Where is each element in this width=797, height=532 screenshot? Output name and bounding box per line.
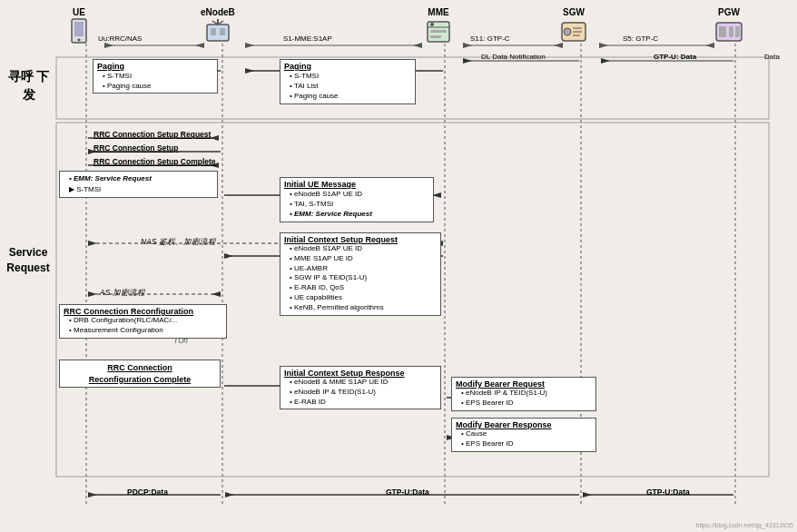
- initial-context-setup-req-box: Initial Context Setup Request • eNodeB S…: [280, 232, 441, 316]
- rrc-setup-complete-label: RRC Connection Setup Complete: [93, 157, 216, 166]
- svg-rect-80: [729, 26, 733, 37]
- svg-marker-56: [225, 492, 234, 498]
- svg-point-70: [430, 23, 434, 26]
- mme-label: MME: [428, 7, 448, 17]
- svg-marker-36: [88, 241, 97, 246]
- watermark: https://blog.csdn.net/qq_43312835: [696, 522, 793, 528]
- ue-icon: [65, 17, 93, 46]
- svg-rect-81: [735, 26, 740, 37]
- modify-bearer-resp-box: Modify Bearer Response • Cause • EPS Bea…: [451, 418, 596, 452]
- svg-marker-41: [88, 291, 97, 297]
- pgw-icon: [714, 17, 743, 46]
- svg-point-61: [78, 39, 81, 42]
- mme-icon: [425, 17, 452, 46]
- section-paging-label: 寻呼 下发: [4, 68, 54, 103]
- service-request-box: • EMM: Service Request ▶ S-TMSI: [59, 171, 218, 198]
- svg-marker-20: [463, 58, 472, 64]
- data-top-label: Data: [764, 53, 780, 61]
- paging-box-enodeb: Paging • S-TMSI • TAI List • Paging caus…: [280, 59, 416, 104]
- svg-marker-15: [599, 43, 608, 48]
- pdcp-data-label: PDCP:Data: [127, 488, 168, 497]
- svg-rect-71: [430, 30, 447, 33]
- modify-bearer-req-box: Modify Bearer Request • eNodeB IP & TEID…: [451, 377, 596, 411]
- svg-rect-67: [220, 28, 225, 35]
- svg-marker-16: [705, 43, 714, 48]
- rrc-setup-req-label: RRC Connection Setup Request: [93, 130, 211, 139]
- svg-rect-79: [719, 26, 726, 37]
- svg-rect-62: [207, 25, 229, 41]
- svg-marker-6: [104, 43, 113, 48]
- diagram-container: UE eNodeB MME SGW: [0, 0, 797, 532]
- svg-marker-58: [583, 492, 592, 498]
- gtp-data-top-label: GTP-U: Data: [654, 53, 696, 61]
- svg-marker-18: [601, 58, 610, 64]
- sgw-label: SGW: [563, 7, 585, 17]
- svg-rect-60: [74, 22, 84, 36]
- sgw-icon: [560, 17, 587, 46]
- node-mme: MME: [425, 7, 452, 46]
- svg-marker-24: [245, 68, 254, 74]
- svg-rect-66: [211, 28, 216, 35]
- initial-ue-message-box: Initial UE Message • eNodeB S1AP UE ID •…: [280, 177, 434, 222]
- svg-marker-54: [88, 492, 97, 498]
- interface-uu: Uu:RRC/NAS: [98, 34, 142, 43]
- svg-marker-39: [224, 253, 233, 259]
- gtp-data-bottom-right-label: GTP-U:Data: [646, 488, 690, 497]
- section-service-request-label: ServiceRequest: [2, 245, 54, 276]
- node-ue: UE: [65, 7, 93, 46]
- interface-s5: S5: GTP-C: [623, 34, 658, 43]
- svg-marker-9: [245, 43, 254, 48]
- svg-marker-10: [413, 43, 422, 48]
- node-pgw: PGW: [714, 7, 743, 46]
- paging-box-ue: Paging • S-TMSI • Paging cause: [93, 59, 218, 94]
- svg-marker-28: [210, 135, 219, 141]
- svg-rect-72: [430, 35, 441, 38]
- pgw-label: PGW: [718, 7, 740, 17]
- as-enc-label: AS 加密流程: [100, 288, 145, 299]
- tun-label: TUn: [173, 336, 188, 345]
- interface-s1mme: S1-MME:S1AP: [283, 34, 332, 43]
- node-sgw: SGW: [560, 7, 587, 46]
- enodeb-label: eNodeB: [201, 7, 235, 17]
- rrc-reconf-complete-box: RRC ConnectionReconfiguration Complete: [59, 360, 221, 388]
- svg-point-74: [564, 28, 571, 35]
- initial-context-setup-resp-box: Initial Context Setup Response • eNodeB …: [280, 366, 441, 409]
- node-enodeb: eNodeB: [201, 7, 235, 46]
- rrc-reconf-box: RRC Connection Reconfiguration • DRB Con…: [59, 304, 227, 339]
- nas-auth-label: NAS 鉴权、加密流程: [141, 237, 216, 248]
- rrc-setup-label: RRC Connection Setup: [93, 143, 179, 153]
- interface-s11: S11: GTP-C: [470, 34, 510, 43]
- enodeb-icon: [203, 17, 232, 46]
- ue-label: UE: [73, 7, 85, 17]
- dl-data-notif-label: DL Data Notification: [481, 53, 546, 61]
- gtp-data-bottom-middle-label: GTP-U:Data: [386, 488, 429, 497]
- svg-marker-12: [463, 43, 472, 48]
- svg-marker-42: [212, 291, 221, 297]
